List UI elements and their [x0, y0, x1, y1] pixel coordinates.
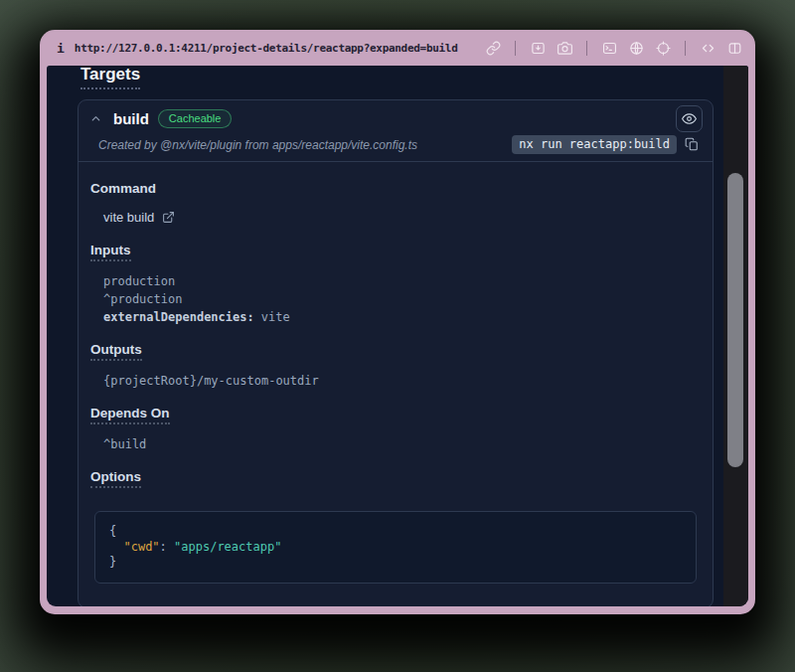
info-icon[interactable]: i [57, 41, 65, 56]
depends-on-item: ^build [103, 435, 701, 453]
output-item: {projectRoot}/my-custom-outdir [103, 372, 701, 390]
build-card-subheader: Created by @nx/vite/plugin from apps/rea… [79, 134, 713, 162]
terminal-icon[interactable] [601, 40, 617, 56]
copy-icon[interactable] [685, 137, 701, 153]
toolbar-actions [485, 40, 742, 56]
globe-icon[interactable] [628, 40, 644, 56]
input-item: ^production [103, 290, 701, 308]
view-target-button[interactable] [676, 105, 703, 132]
command-label: Command [90, 181, 156, 196]
link-icon[interactable] [485, 40, 501, 56]
camera-icon[interactable] [556, 40, 572, 56]
depends-on-label[interactable]: Depends On [90, 406, 170, 424]
scrollbar-thumb[interactable] [727, 173, 743, 467]
page-content: Targets build Cacheable Created by @nx/v… [47, 66, 748, 606]
browser-toolbar: i http://127.0.0.1:4211/project-details/… [40, 30, 755, 66]
created-by-text: Created by @nx/vite/plugin from apps/rea… [98, 138, 417, 152]
target-card-build: build Cacheable Created by @nx/vite/plug… [78, 99, 714, 606]
toolbar-separator [685, 41, 686, 56]
chevron-up-icon[interactable] [86, 109, 104, 127]
options-section: Options { "cwd": "apps/reactapp" } [90, 467, 701, 584]
command-section: Command vite build [90, 179, 701, 227]
cacheable-badge: Cacheable [158, 109, 233, 128]
depends-on-section: Depends On ^build [90, 404, 701, 453]
inputs-label[interactable]: Inputs [90, 243, 131, 261]
download-icon[interactable] [530, 40, 546, 56]
options-json-block: { "cwd": "apps/reactapp" } [94, 511, 697, 584]
input-item: externalDependencies:vite [103, 308, 701, 326]
toolbar-separator [586, 41, 587, 56]
split-view-icon[interactable] [726, 40, 742, 56]
code-icon[interactable] [700, 40, 716, 56]
json-close-brace: } [109, 555, 116, 569]
external-link-icon[interactable] [162, 211, 176, 225]
scrollbar-track[interactable] [723, 66, 748, 606]
target-name: build [113, 110, 149, 127]
input-item: production [103, 272, 701, 290]
url-text[interactable]: http://127.0.0.1:4211/project-details/re… [75, 42, 458, 55]
page-title[interactable]: Targets [80, 66, 140, 89]
browser-window: i http://127.0.0.1:4211/project-details/… [40, 30, 755, 614]
outputs-section: Outputs {projectRoot}/my-custom-outdir [90, 340, 701, 390]
json-value-cwd: "apps/reactapp" [174, 540, 281, 554]
build-card-header[interactable]: build Cacheable [79, 100, 713, 134]
crosshair-icon[interactable] [655, 40, 671, 56]
inputs-section: Inputs production ^production externalDe… [90, 241, 701, 326]
json-open-brace: { [109, 524, 116, 538]
json-key-cwd: "cwd" [123, 540, 159, 554]
outputs-label[interactable]: Outputs [90, 342, 142, 361]
toolbar-separator [515, 41, 516, 56]
build-card-body: Command vite build Inputs [79, 162, 713, 606]
command-value: vite build [103, 209, 154, 227]
run-command-chip: nx run reactapp:build [512, 135, 677, 154]
options-label[interactable]: Options [90, 469, 141, 488]
